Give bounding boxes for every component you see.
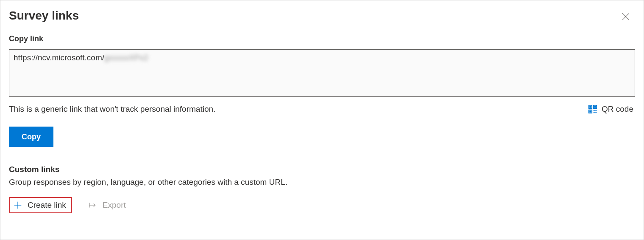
svg-rect-7 xyxy=(590,111,591,112)
close-button[interactable] xyxy=(621,11,631,22)
svg-rect-11 xyxy=(595,112,597,113)
svg-rect-5 xyxy=(594,106,596,107)
svg-rect-3 xyxy=(590,106,591,107)
survey-link-input[interactable]: https://ncv.microsoft.com/gxxxxxXPx2 xyxy=(9,49,635,97)
custom-links-description: Group responses by region, language, or … xyxy=(9,178,635,187)
export-icon xyxy=(88,200,98,210)
helper-row: This is a generic link that won't track … xyxy=(9,104,635,114)
helper-text: This is a generic link that won't track … xyxy=(9,104,215,114)
copy-button[interactable]: Copy xyxy=(9,127,53,147)
plus-icon xyxy=(13,200,22,210)
qr-code-button[interactable]: QR code xyxy=(588,104,633,114)
custom-links-label: Custom links xyxy=(9,165,635,174)
survey-links-panel: Survey links Copy link https://ncv.micro… xyxy=(0,0,644,240)
svg-rect-9 xyxy=(595,110,597,111)
svg-rect-8 xyxy=(594,110,595,111)
panel-title: Survey links xyxy=(9,9,79,23)
custom-links-actions: Create link Export xyxy=(9,197,635,213)
create-link-button[interactable]: Create link xyxy=(9,197,72,213)
link-url-redacted: gxxxxxXPx2 xyxy=(104,53,148,62)
close-icon xyxy=(622,13,630,20)
qr-code-label: QR code xyxy=(602,104,633,114)
export-button[interactable]: Export xyxy=(88,200,126,210)
link-url-visible: https://ncv.microsoft.com/ xyxy=(14,53,104,62)
copy-link-label: Copy link xyxy=(9,34,635,43)
qr-code-icon xyxy=(588,104,597,114)
export-label: Export xyxy=(103,200,126,210)
panel-header: Survey links xyxy=(9,9,635,23)
svg-rect-10 xyxy=(594,112,595,113)
create-link-label: Create link xyxy=(28,200,66,210)
